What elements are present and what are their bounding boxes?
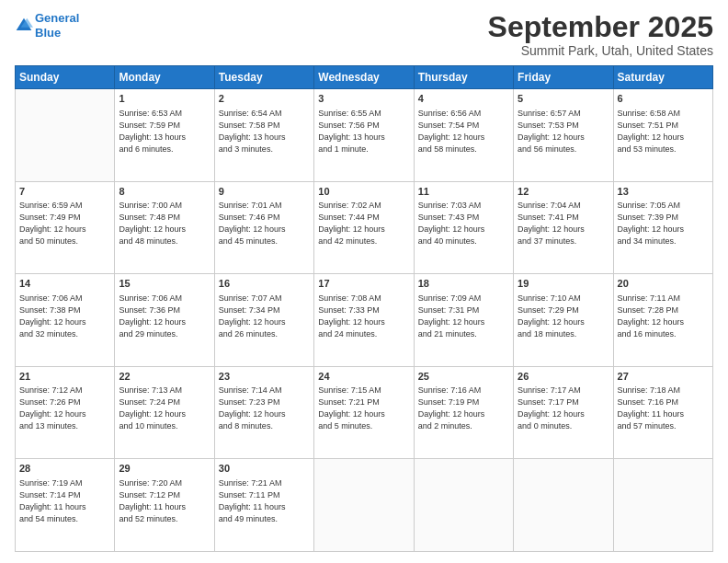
calendar-cell <box>514 459 613 552</box>
calendar-cell: 5Sunrise: 6:57 AM Sunset: 7:53 PM Daylig… <box>514 89 613 182</box>
day-info: Sunrise: 6:58 AM Sunset: 7:51 PM Dayligh… <box>618 108 709 155</box>
col-header-tuesday: Tuesday <box>214 66 313 89</box>
calendar-cell: 1Sunrise: 6:53 AM Sunset: 7:59 PM Daylig… <box>115 89 214 182</box>
day-info: Sunrise: 7:01 AM Sunset: 7:46 PM Dayligh… <box>219 200 310 247</box>
day-number: 18 <box>418 277 509 291</box>
calendar-cell: 15Sunrise: 7:06 AM Sunset: 7:36 PM Dayli… <box>115 274 214 367</box>
calendar-cell: 12Sunrise: 7:04 AM Sunset: 7:41 PM Dayli… <box>514 181 613 274</box>
day-number: 4 <box>418 92 509 106</box>
week-row-0: 1Sunrise: 6:53 AM Sunset: 7:59 PM Daylig… <box>16 89 713 182</box>
day-info: Sunrise: 7:12 AM Sunset: 7:26 PM Dayligh… <box>19 385 110 432</box>
day-info: Sunrise: 6:53 AM Sunset: 7:59 PM Dayligh… <box>119 108 210 155</box>
logo-line1: General <box>35 11 79 25</box>
week-row-4: 28Sunrise: 7:19 AM Sunset: 7:14 PM Dayli… <box>16 459 713 552</box>
day-number: 8 <box>119 185 210 199</box>
day-info: Sunrise: 6:56 AM Sunset: 7:54 PM Dayligh… <box>418 108 509 155</box>
day-number: 7 <box>19 185 110 199</box>
calendar-cell <box>16 89 115 182</box>
day-number: 25 <box>418 370 509 384</box>
day-info: Sunrise: 7:10 AM Sunset: 7:29 PM Dayligh… <box>518 293 609 340</box>
day-number: 15 <box>119 277 210 291</box>
day-info: Sunrise: 7:07 AM Sunset: 7:34 PM Dayligh… <box>219 293 310 340</box>
day-number: 9 <box>219 185 310 199</box>
calendar-cell: 24Sunrise: 7:15 AM Sunset: 7:21 PM Dayli… <box>314 366 414 459</box>
day-info: Sunrise: 7:14 AM Sunset: 7:23 PM Dayligh… <box>219 385 310 432</box>
calendar-cell: 20Sunrise: 7:11 AM Sunset: 7:28 PM Dayli… <box>613 274 712 367</box>
day-info: Sunrise: 7:21 AM Sunset: 7:11 PM Dayligh… <box>219 477 310 525</box>
calendar-cell: 11Sunrise: 7:03 AM Sunset: 7:43 PM Dayli… <box>414 181 513 274</box>
calendar-cell: 26Sunrise: 7:17 AM Sunset: 7:17 PM Dayli… <box>514 366 613 459</box>
day-number: 20 <box>618 277 709 291</box>
day-info: Sunrise: 7:04 AM Sunset: 7:41 PM Dayligh… <box>518 200 609 247</box>
calendar-cell: 19Sunrise: 7:10 AM Sunset: 7:29 PM Dayli… <box>514 274 613 367</box>
day-number: 14 <box>19 277 110 291</box>
day-number: 13 <box>618 185 709 199</box>
week-row-3: 21Sunrise: 7:12 AM Sunset: 7:26 PM Dayli… <box>16 366 713 459</box>
calendar-cell: 18Sunrise: 7:09 AM Sunset: 7:31 PM Dayli… <box>414 274 513 367</box>
day-info: Sunrise: 7:19 AM Sunset: 7:14 PM Dayligh… <box>19 477 110 525</box>
calendar-cell: 7Sunrise: 6:59 AM Sunset: 7:49 PM Daylig… <box>16 181 115 274</box>
day-number: 3 <box>318 92 409 106</box>
calendar-cell: 9Sunrise: 7:01 AM Sunset: 7:46 PM Daylig… <box>214 181 313 274</box>
title-block: September 2025 Summit Park, Utah, United… <box>488 11 713 58</box>
day-number: 1 <box>119 92 210 106</box>
calendar-cell: 6Sunrise: 6:58 AM Sunset: 7:51 PM Daylig… <box>613 89 712 182</box>
week-row-1: 7Sunrise: 6:59 AM Sunset: 7:49 PM Daylig… <box>16 181 713 274</box>
day-number: 12 <box>518 185 609 199</box>
day-info: Sunrise: 7:05 AM Sunset: 7:39 PM Dayligh… <box>618 200 709 247</box>
day-number: 11 <box>418 185 509 199</box>
day-info: Sunrise: 7:09 AM Sunset: 7:31 PM Dayligh… <box>418 293 509 340</box>
day-number: 2 <box>219 92 310 106</box>
calendar-cell: 27Sunrise: 7:18 AM Sunset: 7:16 PM Dayli… <box>613 366 712 459</box>
day-info: Sunrise: 7:11 AM Sunset: 7:28 PM Dayligh… <box>618 293 709 340</box>
calendar-cell: 8Sunrise: 7:00 AM Sunset: 7:48 PM Daylig… <box>115 181 214 274</box>
main-title: September 2025 <box>488 11 713 43</box>
page: General Blue September 2025 Summit Park,… <box>0 0 728 563</box>
calendar-cell <box>414 459 513 552</box>
day-number: 23 <box>219 370 310 384</box>
calendar-cell: 29Sunrise: 7:20 AM Sunset: 7:12 PM Dayli… <box>115 459 214 552</box>
logo: General Blue <box>15 11 79 40</box>
day-info: Sunrise: 7:06 AM Sunset: 7:36 PM Dayligh… <box>119 293 210 340</box>
col-header-monday: Monday <box>115 66 214 89</box>
header: General Blue September 2025 Summit Park,… <box>15 11 713 58</box>
day-number: 10 <box>318 185 409 199</box>
day-number: 24 <box>318 370 409 384</box>
calendar-cell: 25Sunrise: 7:16 AM Sunset: 7:19 PM Dayli… <box>414 366 513 459</box>
day-info: Sunrise: 7:08 AM Sunset: 7:33 PM Dayligh… <box>318 293 409 340</box>
calendar-cell: 3Sunrise: 6:55 AM Sunset: 7:56 PM Daylig… <box>314 89 414 182</box>
day-info: Sunrise: 7:13 AM Sunset: 7:24 PM Dayligh… <box>119 385 210 432</box>
day-number: 5 <box>518 92 609 106</box>
day-info: Sunrise: 7:16 AM Sunset: 7:19 PM Dayligh… <box>418 385 509 432</box>
week-row-2: 14Sunrise: 7:06 AM Sunset: 7:38 PM Dayli… <box>16 274 713 367</box>
logo-line2: Blue <box>35 26 61 40</box>
day-info: Sunrise: 7:00 AM Sunset: 7:48 PM Dayligh… <box>119 200 210 247</box>
col-header-sunday: Sunday <box>16 66 115 89</box>
calendar-table: SundayMondayTuesdayWednesdayThursdayFrid… <box>15 65 713 552</box>
day-info: Sunrise: 6:59 AM Sunset: 7:49 PM Dayligh… <box>19 200 110 247</box>
day-info: Sunrise: 7:18 AM Sunset: 7:16 PM Dayligh… <box>618 385 709 432</box>
col-header-wednesday: Wednesday <box>314 66 414 89</box>
day-number: 26 <box>518 370 609 384</box>
day-number: 22 <box>119 370 210 384</box>
day-info: Sunrise: 7:17 AM Sunset: 7:17 PM Dayligh… <box>518 385 609 432</box>
day-number: 29 <box>119 462 210 476</box>
calendar-cell: 17Sunrise: 7:08 AM Sunset: 7:33 PM Dayli… <box>314 274 414 367</box>
calendar-cell: 30Sunrise: 7:21 AM Sunset: 7:11 PM Dayli… <box>214 459 313 552</box>
day-number: 28 <box>19 462 110 476</box>
calendar-cell: 2Sunrise: 6:54 AM Sunset: 7:58 PM Daylig… <box>214 89 313 182</box>
day-number: 6 <box>618 92 709 106</box>
calendar-cell: 10Sunrise: 7:02 AM Sunset: 7:44 PM Dayli… <box>314 181 414 274</box>
calendar-cell: 4Sunrise: 6:56 AM Sunset: 7:54 PM Daylig… <box>414 89 513 182</box>
calendar-cell: 16Sunrise: 7:07 AM Sunset: 7:34 PM Dayli… <box>214 274 313 367</box>
day-number: 30 <box>219 462 310 476</box>
calendar-cell <box>613 459 712 552</box>
calendar-cell: 23Sunrise: 7:14 AM Sunset: 7:23 PM Dayli… <box>214 366 313 459</box>
day-info: Sunrise: 6:54 AM Sunset: 7:58 PM Dayligh… <box>219 108 310 155</box>
day-number: 27 <box>618 370 709 384</box>
calendar-cell <box>314 459 414 552</box>
day-info: Sunrise: 7:03 AM Sunset: 7:43 PM Dayligh… <box>418 200 509 247</box>
col-header-friday: Friday <box>514 66 613 89</box>
logo-text: General Blue <box>35 11 79 40</box>
day-info: Sunrise: 6:57 AM Sunset: 7:53 PM Dayligh… <box>518 108 609 155</box>
